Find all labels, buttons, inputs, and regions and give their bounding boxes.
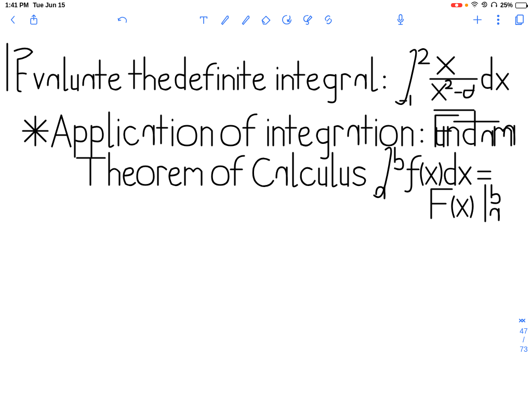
status-bar: 1:41 PM Tue Jun 15 25%	[0, 0, 532, 10]
undo-button[interactable]	[116, 14, 128, 25]
page-navigator: 47 / 73	[518, 318, 529, 363]
pen-tool-1-button[interactable]	[219, 14, 230, 25]
page-sep: /	[523, 336, 525, 344]
page-current: 47	[520, 327, 528, 335]
handwriting-line-2b	[482, 126, 514, 145]
link-tool-button[interactable]	[323, 14, 334, 25]
svg-point-13	[421, 140, 423, 143]
svg-point-6	[498, 15, 499, 17]
handwriting-line-3	[77, 148, 490, 198]
status-date: Tue Jun 15	[33, 2, 65, 9]
status-left: 1:41 PM Tue Jun 15	[5, 2, 65, 9]
note-canvas[interactable]: 47 / 73	[0, 29, 532, 399]
mic-button[interactable]	[395, 14, 406, 25]
pages-button[interactable]	[513, 14, 525, 25]
add-button[interactable]	[472, 14, 483, 25]
text-tool-button[interactable]	[198, 14, 209, 25]
svg-point-12	[421, 129, 423, 131]
svg-rect-1	[484, 4, 485, 5]
svg-point-11	[383, 86, 386, 89]
svg-point-10	[383, 76, 386, 78]
handwriting-line-2	[23, 110, 475, 158]
svg-rect-9	[517, 15, 523, 23]
screen-record-indicator[interactable]	[451, 3, 462, 7]
status-time: 1:41 PM	[5, 2, 29, 9]
svg-point-8	[498, 23, 499, 24]
svg-point-0	[474, 7, 475, 7]
svg-rect-5	[399, 15, 402, 20]
mic-in-use-dot	[465, 4, 468, 7]
more-button[interactable]	[493, 14, 504, 25]
lasso-tool-button[interactable]	[302, 14, 313, 25]
handwriting-line-1	[15, 48, 508, 105]
page-down-button[interactable]	[518, 354, 529, 363]
app-toolbar	[0, 10, 532, 29]
page-total: 73	[520, 345, 528, 353]
shape-tool-button[interactable]	[281, 14, 292, 25]
status-right: 25%	[451, 1, 527, 9]
svg-rect-3	[496, 5, 497, 7]
wifi-icon	[471, 2, 478, 9]
headphones-icon	[490, 1, 498, 9]
svg-rect-2	[491, 5, 492, 7]
svg-point-7	[498, 19, 499, 21]
battery-pct: 25%	[500, 2, 513, 9]
eraser-tool-button[interactable]	[260, 14, 272, 25]
rotation-lock-icon	[481, 1, 488, 9]
battery-icon	[515, 3, 527, 8]
share-button[interactable]	[28, 14, 39, 25]
back-button[interactable]	[7, 14, 19, 25]
pen-tool-2-button[interactable]	[240, 14, 251, 25]
